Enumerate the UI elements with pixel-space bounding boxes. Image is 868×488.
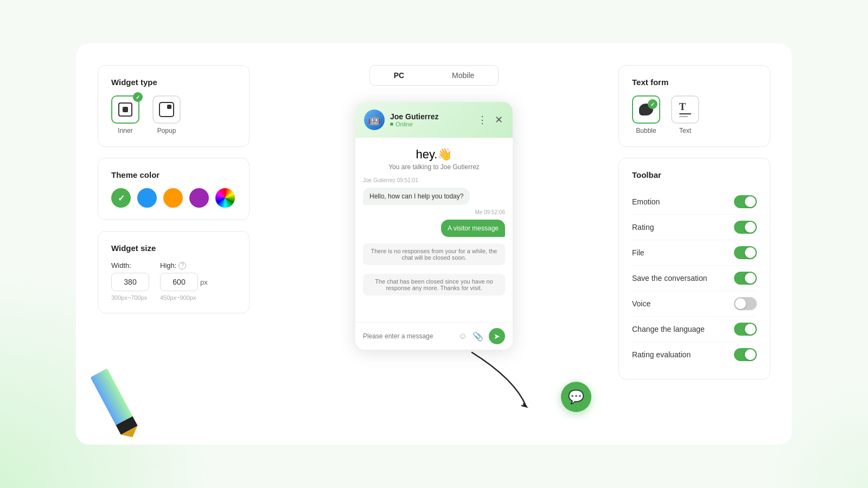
text-option[interactable]: T Text [671,95,699,134]
popup-label: Popup [157,127,176,134]
text-T: T [679,102,686,112]
bubble-icon-box: ✓ [632,95,660,124]
save-label: Save the conversation [632,274,707,282]
toolbar-item-rating: Rating [632,215,757,240]
chat-footer: ☺ 📎 ➤ [355,322,513,350]
chat-status: Online [390,121,438,127]
emoji-icon[interactable]: ☺ [458,331,467,341]
text-label: Text [679,127,691,134]
voice-toggle[interactable] [734,297,757,310]
inner-icon-square [123,107,128,112]
bubble-option[interactable]: ✓ Bubble [632,95,660,134]
language-label: Change the language [632,325,705,333]
text-form-card: Text form ✓ Bubble T [618,65,770,147]
save-toggle[interactable] [734,272,757,285]
theme-color-title: Theme color [111,170,236,179]
height-unit: px [200,278,208,286]
send-button[interactable]: ➤ [489,328,505,344]
color-options [111,188,236,208]
height-input-row: px [160,273,208,291]
width-label: Width: [111,261,149,269]
height-hint: 450px~900px [160,294,208,301]
widget-type-card: Widget type ✓ Inner [98,65,250,147]
toolbar-item-language: Change the language [632,317,757,342]
rating-label: Rating [632,223,654,232]
height-group: High: ? px 450px~900px [160,261,208,301]
size-row: Width: 300px~700px High: ? px [111,261,236,301]
center-panel: PC Mobile 🤖 Joe Gutierrez Online ⋮ [250,65,618,423]
file-toggle[interactable] [734,246,757,259]
chat-header-actions: ⋮ ✕ [476,113,504,127]
toolbar-item-emotion: Emotion [632,189,757,215]
emotion-label: Emotion [632,197,660,206]
toolbar-items: Emotion Rating File Save the conversatio… [632,189,757,367]
emotion-toggle[interactable] [734,195,757,208]
height-input[interactable] [160,273,198,291]
chat-welcome-text: You are talking to Joe Gutierrez [363,163,505,171]
msg-left-bubble: Hello, how can I help you today? [363,188,470,205]
height-info-icon[interactable]: ? [178,262,186,269]
color-blue[interactable] [137,188,157,208]
width-hint: 300px~700px [111,294,149,301]
msg-time-2: Me 09:52:06 [363,209,505,215]
chat-welcome-emoji: hey.👋 [363,147,505,162]
chat-header: 🤖 Joe Gutierrez Online ⋮ ✕ [355,102,513,138]
widget-option-inner[interactable]: ✓ Inner [111,95,139,134]
text-line-2 [679,116,688,117]
toolbar-item-file: File [632,240,757,266]
width-group: Width: 300px~700px [111,261,149,301]
voice-label: Voice [632,299,650,308]
height-label: High: ? [160,261,208,269]
inner-check-badge: ✓ [133,92,143,102]
pc-view-btn[interactable]: PC [370,66,428,85]
chat-close-btn[interactable]: ✕ [494,113,504,127]
chat-widget: 🤖 Joe Gutierrez Online ⋮ ✕ he [355,102,513,350]
right-panel: Text form ✓ Bubble T [618,65,770,423]
inner-label: Inner [118,127,132,134]
theme-color-card: Theme color [98,158,250,220]
status-dot [390,123,393,126]
mobile-view-btn[interactable]: Mobile [428,66,498,85]
rating-toggle[interactable] [734,221,757,234]
chat-user-info: Joe Gutierrez Online [390,112,438,127]
inner-icon [118,102,132,117]
floating-chat-button[interactable]: 💬 [561,382,591,412]
system-msg-2: The chat has been closed since you have … [363,274,505,296]
language-toggle[interactable] [734,323,757,336]
color-purple[interactable] [189,188,209,208]
attach-icon[interactable]: 📎 [473,331,483,342]
widget-option-popup[interactable]: Popup [152,95,181,134]
view-toggle: PC Mobile [369,65,499,86]
color-rainbow[interactable] [215,188,235,208]
popup-icon [159,102,174,117]
widget-type-options: ✓ Inner Popup [111,95,236,134]
width-input[interactable] [111,273,149,291]
msg-time-1: Joe Gutierrez 09:51:01 [363,177,505,183]
chat-input[interactable] [363,332,453,340]
text-icon-shape: T [679,102,691,117]
chat-menu-btn[interactable]: ⋮ [476,113,488,127]
text-line-1 [679,113,691,114]
chat-body: hey.👋 You are talking to Joe Gutierrez J… [355,138,513,322]
toolbar-section: Toolbar Emotion Rating File Save the con… [618,158,770,380]
rating-eval-toggle[interactable] [734,348,757,361]
text-form-title: Text form [632,78,757,87]
rating-eval-label: Rating evaluation [632,350,691,359]
inner-icon-box: ✓ [111,95,139,124]
color-green[interactable] [111,188,131,208]
bubble-check-badge: ✓ [648,99,658,109]
chat-welcome: hey.👋 You are talking to Joe Gutierrez [363,144,505,173]
popup-dot [167,105,171,109]
msg-right-bubble: A visitor message [441,220,505,237]
text-form-options: ✓ Bubble T Text [632,95,757,134]
chat-header-left: 🤖 Joe Gutierrez Online [364,110,438,130]
width-input-row [111,273,149,291]
toolbar-title: Toolbar [632,170,757,179]
popup-icon-box [152,95,181,124]
system-msg-1: There is no responses from your for a wh… [363,243,505,265]
widget-size-title: Widget size [111,243,236,253]
avatar: 🤖 [364,110,385,130]
toolbar-item-save: Save the conversation [632,266,757,291]
chat-user-name: Joe Gutierrez [390,112,438,121]
color-orange[interactable] [163,188,183,208]
